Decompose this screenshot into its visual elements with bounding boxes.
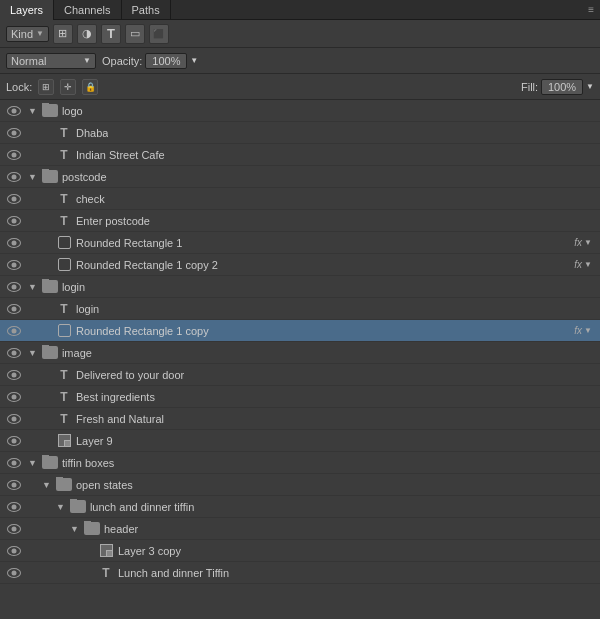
layer-visibility-toggle[interactable] <box>0 326 28 336</box>
folder-icon <box>42 345 58 361</box>
lock-pixels-icon[interactable]: ⊞ <box>38 79 54 95</box>
eye-icon <box>7 326 21 336</box>
type-filter-icon[interactable]: T <box>101 24 121 44</box>
layer-row[interactable]: TFresh and Natural <box>0 408 600 430</box>
filter-kind-btn[interactable]: Kind ▼ <box>6 26 49 42</box>
lock-row: Lock: ⊞ ✛ 🔒 Fill: 100% ▼ <box>0 74 600 100</box>
layer-content: TIndian Street Cafe <box>28 147 596 163</box>
layer-row[interactable]: Rounded Rectangle 1 copy 2fx▼ <box>0 254 600 276</box>
layer-content: ▼lunch and dinner tiffin <box>28 499 596 515</box>
opacity-arrow-icon[interactable]: ▼ <box>190 56 198 65</box>
layer-row[interactable]: ▼logo <box>0 100 600 122</box>
tab-layers[interactable]: Layers <box>0 0 54 20</box>
eye-icon <box>7 150 21 160</box>
layer-name-label: Fresh and Natural <box>76 413 164 425</box>
layer-visibility-toggle[interactable] <box>0 260 28 270</box>
layer-visibility-toggle[interactable] <box>0 282 28 292</box>
layer-row[interactable]: ▼lunch and dinner tiffin <box>0 496 600 518</box>
layer-row[interactable]: Tlogin <box>0 298 600 320</box>
layer-row[interactable]: Rounded Rectangle 1fx▼ <box>0 232 600 254</box>
text-icon: T <box>56 389 72 405</box>
layer-visibility-toggle[interactable] <box>0 502 28 512</box>
eye-icon <box>7 392 21 402</box>
pixel-filter-icon[interactable]: ⊞ <box>53 24 73 44</box>
layer-visibility-toggle[interactable] <box>0 458 28 468</box>
layer-visibility-toggle[interactable] <box>0 150 28 160</box>
layer-visibility-toggle[interactable] <box>0 238 28 248</box>
blend-mode-select[interactable]: Normal ▼ <box>6 53 96 69</box>
layer-content: Layer 9 <box>28 433 596 449</box>
layer-row[interactable]: ▼tiffin boxes <box>0 452 600 474</box>
tab-channels[interactable]: Channels <box>54 0 121 20</box>
layer-row[interactable]: ▼image <box>0 342 600 364</box>
layer-visibility-toggle[interactable] <box>0 128 28 138</box>
adjustment-filter-icon[interactable]: ◑ <box>77 24 97 44</box>
layer-row[interactable]: ▼header <box>0 518 600 540</box>
layer-row[interactable]: TEnter postcode <box>0 210 600 232</box>
lock-position-icon[interactable]: ✛ <box>60 79 76 95</box>
layer-visibility-toggle[interactable] <box>0 106 28 116</box>
layer-row[interactable]: Rounded Rectangle 1 copyfx▼ <box>0 320 600 342</box>
layer-row[interactable]: TBest ingredients <box>0 386 600 408</box>
layer-visibility-toggle[interactable] <box>0 568 28 578</box>
layer-content: Rounded Rectangle 1 copy <box>28 323 574 339</box>
layer-visibility-toggle[interactable] <box>0 392 28 402</box>
layer-visibility-toggle[interactable] <box>0 194 28 204</box>
panel-collapse[interactable]: ≡ <box>582 2 600 17</box>
folder-expand-arrow-icon[interactable]: ▼ <box>70 524 79 534</box>
folder-icon <box>42 279 58 295</box>
smart-filter-icon[interactable]: ⬛ <box>149 24 169 44</box>
layer-visibility-toggle[interactable] <box>0 172 28 182</box>
opacity-group: Opacity: 100% ▼ <box>102 53 198 69</box>
fx-arrow-icon[interactable]: ▼ <box>584 260 592 269</box>
tab-bar: Layers Channels Paths ≡ <box>0 0 600 20</box>
layer-row[interactable]: ▼open states <box>0 474 600 496</box>
layer-row[interactable]: TLunch and dinner Tiffin <box>0 562 600 584</box>
layer-row[interactable]: TDelivered to your door <box>0 364 600 386</box>
layer-name-label: Layer 3 copy <box>118 545 181 557</box>
shape-layer-icon <box>58 236 71 249</box>
fill-arrow-icon[interactable]: ▼ <box>586 82 594 91</box>
eye-icon <box>7 304 21 314</box>
folder-expand-arrow-icon[interactable]: ▼ <box>28 282 37 292</box>
layer-visibility-toggle[interactable] <box>0 348 28 358</box>
fx-arrow-icon[interactable]: ▼ <box>584 326 592 335</box>
layer-list: ▼logoTDhabaTIndian Street Cafe▼postcodeT… <box>0 100 600 619</box>
layer-row[interactable]: Layer 9 <box>0 430 600 452</box>
layer-row[interactable]: ▼postcode <box>0 166 600 188</box>
folder-expand-arrow-icon[interactable]: ▼ <box>42 480 51 490</box>
layer-visibility-toggle[interactable] <box>0 480 28 490</box>
layer-content: Tcheck <box>28 191 596 207</box>
layer-row[interactable]: Layer 3 copy <box>0 540 600 562</box>
layer-visibility-toggle[interactable] <box>0 524 28 534</box>
folder-expand-arrow-icon[interactable]: ▼ <box>56 502 65 512</box>
layer-content: ▼postcode <box>28 169 596 185</box>
opacity-input[interactable]: 100% <box>145 53 187 69</box>
folder-expand-arrow-icon[interactable]: ▼ <box>28 172 37 182</box>
layer-name-label: Best ingredients <box>76 391 155 403</box>
lock-all-icon[interactable]: 🔒 <box>82 79 98 95</box>
layer-row[interactable]: TIndian Street Cafe <box>0 144 600 166</box>
layer-row[interactable]: TDhaba <box>0 122 600 144</box>
text-layer-icon: T <box>60 148 67 162</box>
layer-visibility-toggle[interactable] <box>0 546 28 556</box>
layer-visibility-toggle[interactable] <box>0 370 28 380</box>
layer-visibility-toggle[interactable] <box>0 216 28 226</box>
layer-row[interactable]: ▼login <box>0 276 600 298</box>
layer-visibility-toggle[interactable] <box>0 304 28 314</box>
folder-expand-arrow-icon[interactable]: ▼ <box>28 458 37 468</box>
folder-expand-arrow-icon[interactable]: ▼ <box>28 348 37 358</box>
layer-row[interactable]: Tcheck <box>0 188 600 210</box>
fill-input[interactable]: 100% <box>541 79 583 95</box>
layer-visibility-toggle[interactable] <box>0 414 28 424</box>
fx-arrow-icon[interactable]: ▼ <box>584 238 592 247</box>
text-layer-icon: T <box>60 302 67 316</box>
text-icon: T <box>56 213 72 229</box>
layer-name-label: postcode <box>62 171 107 183</box>
folder-expand-arrow-icon[interactable]: ▼ <box>28 106 37 116</box>
layer-visibility-toggle[interactable] <box>0 436 28 446</box>
fx-label: fx <box>574 259 582 270</box>
text-icon: T <box>56 301 72 317</box>
shape-filter-icon[interactable]: ▭ <box>125 24 145 44</box>
tab-paths[interactable]: Paths <box>122 0 171 20</box>
